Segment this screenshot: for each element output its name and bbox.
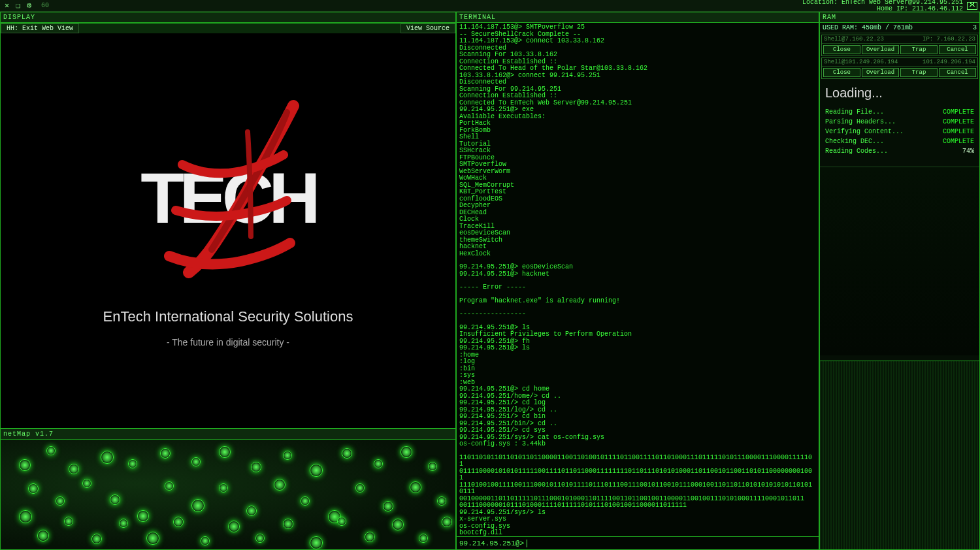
loading-label: Reading File... xyxy=(825,108,884,116)
top-bar: ✕ ❏ ⚙ 60 Location: EnTech Web Server@99.… xyxy=(0,0,980,12)
netmap-node[interactable] xyxy=(228,521,240,532)
netmap-node[interactable] xyxy=(28,483,39,494)
terminal-output: 11.164.187.153@> SMTPoverflow 25-- Secur… xyxy=(457,23,819,536)
gear-icon[interactable]: ⚙ xyxy=(25,1,33,10)
terminal-line: x-server.sys xyxy=(459,516,816,523)
netmap-node[interactable] xyxy=(201,536,210,545)
netmap-node[interactable] xyxy=(310,464,323,477)
loading-row: Verifying Content...COMPLETE xyxy=(825,127,974,137)
netmap-node[interactable] xyxy=(160,448,171,459)
netmap-node[interactable] xyxy=(365,532,375,542)
netmap-node[interactable] xyxy=(101,451,114,464)
loading-row: Reading Codes...74% xyxy=(825,146,974,156)
terminal-line: 103.33.8.162@> connect 99.214.95.251 xyxy=(459,73,816,80)
netmap-node[interactable] xyxy=(165,481,174,491)
loading-label: Verifying Content... xyxy=(825,128,904,135)
netmap-node[interactable] xyxy=(410,481,421,493)
netmap-node[interactable] xyxy=(173,517,184,527)
save-icon[interactable]: ❏ xyxy=(14,1,22,10)
netmap-node[interactable] xyxy=(19,459,31,471)
netmap-node[interactable] xyxy=(392,519,404,530)
netmap-header: netMap v1.7 xyxy=(1,429,455,440)
netmap-node[interactable] xyxy=(191,499,204,512)
netmap-node[interactable] xyxy=(64,517,73,526)
terminal-line: Connected To Head of the Polar Star@103.… xyxy=(459,65,816,73)
netmap-node[interactable] xyxy=(274,479,286,491)
terminal-input-row[interactable]: 99.214.95.251@> xyxy=(457,536,819,549)
terminal-line: 0111100001010101111100111101101100011111… xyxy=(459,468,816,482)
terminal-line: Program "hacknet.exe" is already running… xyxy=(459,298,816,305)
terminal-line: hacknet xyxy=(459,244,816,251)
netmap-node[interactable] xyxy=(283,519,293,529)
terminal-line: HexClock xyxy=(459,251,816,258)
shell-overload-button[interactable]: Overload xyxy=(862,68,899,77)
netmap-node[interactable] xyxy=(37,530,49,542)
home-ip-label: Home IP: 211.46.46.112 xyxy=(802,6,963,12)
ram-header: RAM xyxy=(820,12,979,23)
netmap-node[interactable] xyxy=(374,459,383,468)
shell-trap-button[interactable]: Trap xyxy=(900,68,938,77)
netmap-node[interactable] xyxy=(110,494,120,505)
terminal-line: Tutorial xyxy=(459,141,816,148)
netmap-node[interactable] xyxy=(69,464,79,474)
netmap-node[interactable] xyxy=(437,496,446,506)
terminal-line: Insufficient Privileges to Perform Opera… xyxy=(459,331,816,338)
netmap-node[interactable] xyxy=(91,534,102,544)
terminal-line: 11.164.187.153@> SMTPoverflow 25 xyxy=(459,24,816,31)
netmap-node[interactable] xyxy=(383,501,393,511)
netmap-node[interactable] xyxy=(137,510,149,522)
terminal-line: WebServerWorm xyxy=(459,169,816,176)
netmap-node[interactable] xyxy=(191,457,201,466)
terminal-line: 1110100100111100111000101101011110111011… xyxy=(459,482,816,496)
netmap-node[interactable] xyxy=(355,483,365,493)
terminal-line: WoWHack xyxy=(459,175,816,182)
terminal-line: Disconnected xyxy=(459,79,816,86)
netmap-node[interactable] xyxy=(442,517,452,527)
shell-close-button[interactable]: Close xyxy=(823,45,860,54)
loading-status: COMPLETE xyxy=(943,118,974,125)
loading-status: 74% xyxy=(962,148,974,155)
shell-trap-button[interactable]: Trap xyxy=(900,45,938,54)
netmap-node[interactable] xyxy=(56,496,65,506)
terminal-line: :home xyxy=(459,352,816,359)
netmap-node[interactable] xyxy=(82,479,91,488)
netmap-node[interactable] xyxy=(46,446,56,455)
shell-cancel-button[interactable]: Cancel xyxy=(939,45,976,54)
shell-close-button[interactable]: Close xyxy=(823,68,860,77)
shell-block: Shell@7.160.22.23IP: 7.160.22.23CloseOve… xyxy=(821,35,978,56)
terminal-line xyxy=(459,448,816,455)
loading-label: Checking DEC... xyxy=(825,138,884,145)
netmap-node[interactable] xyxy=(337,517,346,526)
netmap-node[interactable] xyxy=(251,462,261,472)
netmap-node[interactable] xyxy=(419,534,428,543)
netmap-node[interactable] xyxy=(119,519,128,528)
terminal-line: Scanning For 103.33.8.162 xyxy=(459,52,816,59)
terminal-line: SMTPoverflow xyxy=(459,161,816,169)
netmap-node[interactable] xyxy=(255,534,265,543)
netmap-node[interactable] xyxy=(342,448,352,459)
terminal-line: Decypher xyxy=(459,202,816,210)
netmap-node[interactable] xyxy=(283,451,292,460)
netmap-node[interactable] xyxy=(310,536,323,549)
netmap-node[interactable] xyxy=(128,459,137,468)
terminal-line: 99.214.95.251/> cd bin xyxy=(459,413,816,421)
terminal-panel: TERMINAL 11.164.187.153@> SMTPoverflow 2… xyxy=(456,12,819,550)
netmap-node[interactable] xyxy=(219,446,231,458)
loading-block: Loading... Reading File...COMPLETEParsin… xyxy=(823,83,977,159)
netmap-area[interactable] xyxy=(1,440,455,549)
mail-icon[interactable] xyxy=(967,2,977,10)
netmap-node[interactable] xyxy=(219,483,228,493)
shell-overload-button[interactable]: Overload xyxy=(862,45,899,54)
loading-status: COMPLETE xyxy=(943,138,974,145)
netmap-node[interactable] xyxy=(400,446,412,458)
terminal-line: bootcfg.dll xyxy=(459,530,816,536)
terminal-line: PortHack xyxy=(459,120,816,127)
netmap-node[interactable] xyxy=(301,496,310,506)
shell-cancel-button[interactable]: Cancel xyxy=(939,68,976,77)
netmap-node[interactable] xyxy=(146,532,159,545)
netmap-node[interactable] xyxy=(246,506,257,516)
netmap-node[interactable] xyxy=(19,510,32,523)
shell-block: Shell@101.249.206.194101.249.206.194Clos… xyxy=(821,57,978,79)
close-icon[interactable]: ✕ xyxy=(3,1,11,10)
netmap-node[interactable] xyxy=(428,462,437,471)
